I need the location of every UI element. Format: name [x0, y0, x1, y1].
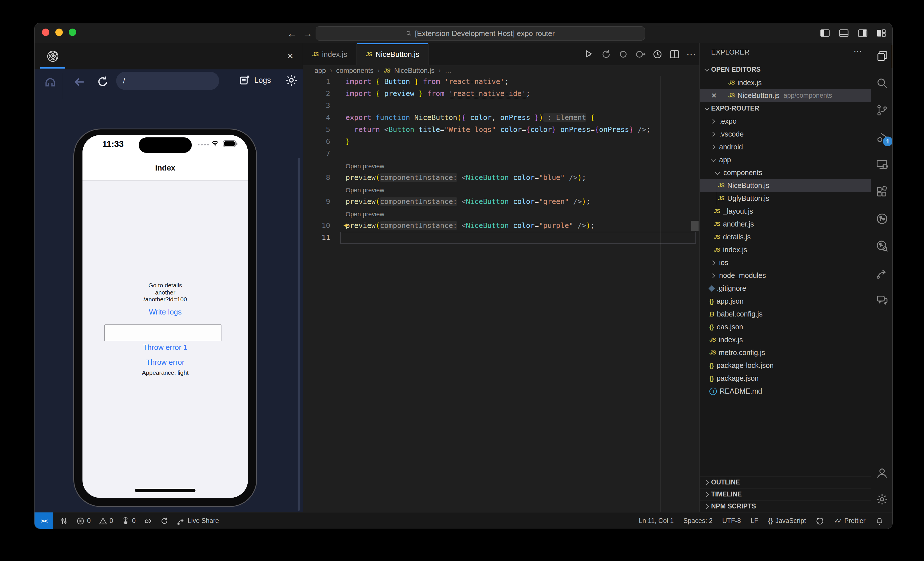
account-icon[interactable]	[871, 460, 892, 486]
route-url-bar[interactable]: /	[116, 72, 219, 90]
section-timeline[interactable]: TIMELINE	[700, 488, 871, 500]
file-metro.config.js[interactable]: JSmetro.config.js	[700, 346, 871, 359]
file-details.js[interactable]: JSdetails.js	[700, 230, 871, 244]
line-number[interactable]: 9	[303, 196, 330, 208]
status-encoding[interactable]: UTF-8	[722, 513, 741, 529]
settings-gear-icon[interactable]	[871, 486, 892, 512]
close-editor-icon[interactable]: ✕	[711, 92, 717, 100]
codelens-open-preview[interactable]: Open preview	[303, 183, 699, 196]
line-number[interactable]: 8	[303, 171, 330, 183]
file-.gitignore[interactable]: .gitignore	[700, 282, 871, 295]
code-line-2[interactable]: 2import { preview } from 'react-native-i…	[303, 88, 699, 100]
file-package-lock.json[interactable]: {}package-lock.json	[700, 359, 871, 372]
history-forward-button[interactable]: →	[302, 27, 314, 40]
file-another.js[interactable]: JSanother.js	[700, 218, 871, 230]
line-number[interactable]: 6	[303, 136, 330, 148]
file-index.js[interactable]: JSindex.js	[700, 333, 871, 346]
line-number[interactable]: 10	[303, 220, 330, 232]
status-live-share[interactable]: Live Share	[177, 513, 219, 529]
workspace-header[interactable]: EXPO-ROUTER	[700, 102, 871, 115]
folder-node_modules[interactable]: node_modules	[700, 269, 871, 282]
run-debug-icon[interactable]: 1	[871, 125, 892, 150]
circle-branch-search-icon[interactable]	[871, 233, 892, 259]
code-line-5[interactable]: 5 return <Button title="Write logs" colo…	[303, 124, 699, 136]
customize-layout-icon[interactable]	[876, 27, 887, 39]
source-control-icon[interactable]	[871, 98, 892, 123]
run-or-debug-button[interactable]	[584, 49, 594, 60]
status-warnings[interactable]: 0	[99, 513, 113, 529]
throw-error-1-button[interactable]: Throw error 1	[82, 343, 248, 352]
comments-icon[interactable]	[871, 287, 892, 313]
code-line-1[interactable]: 1import { Button } from 'react-native';	[303, 76, 699, 88]
line-number[interactable]: 4	[303, 112, 330, 124]
toggle-primary-sidebar-icon[interactable]	[819, 27, 831, 39]
editor-scrollbar[interactable]	[691, 221, 699, 231]
file-package.json[interactable]: {}package.json	[700, 372, 871, 385]
zoom-window-button[interactable]	[69, 29, 76, 36]
line-number[interactable]: 7	[303, 148, 330, 160]
extensions-icon[interactable]	[871, 179, 892, 205]
codelens-open-preview[interactable]: Open preview	[303, 160, 699, 171]
folder-app[interactable]: app	[700, 153, 871, 166]
folder-components[interactable]: components	[700, 166, 871, 179]
status-sync[interactable]	[160, 513, 169, 529]
code-line-8[interactable]: 8preview(componentInstance: <NiceButton …	[303, 171, 699, 183]
code-line-6[interactable]: 6}	[303, 136, 699, 148]
code-line-4[interactable]: 4export function NiceButton({ color, onP…	[303, 112, 699, 124]
breadcrumb-symbol[interactable]: …	[445, 66, 452, 75]
tab-nicebutton-js[interactable]: JSNiceButton.js	[357, 43, 429, 65]
close-window-button[interactable]	[42, 29, 50, 36]
folder-.expo[interactable]: .expo	[700, 115, 871, 128]
logs-button[interactable]: Logs	[238, 74, 271, 87]
file-eas.json[interactable]: {}eas.json	[700, 320, 871, 333]
section-npm-scripts[interactable]: NPM SCRIPTS	[700, 500, 871, 512]
folder-.vscode[interactable]: .vscode	[700, 128, 871, 141]
another-id-100-text[interactable]: /another?id=100	[82, 296, 248, 303]
file-app.json[interactable]: {}app.json	[700, 295, 871, 308]
split-editor-icon[interactable]	[669, 49, 680, 60]
share-icon[interactable]	[871, 260, 892, 286]
search-icon[interactable]	[871, 70, 892, 96]
tab-index-js[interactable]: JSindex.js	[303, 43, 357, 65]
breadcrumb[interactable]: app› components› JS NiceButton.js› …	[315, 65, 452, 76]
status-ports[interactable]: 0	[121, 513, 136, 529]
explorer-more-actions-icon[interactable]: ⋯	[854, 46, 862, 56]
section-outline[interactable]: OUTLINE	[700, 476, 871, 488]
history-back-button[interactable]: ←	[286, 27, 298, 40]
files-icon[interactable]	[871, 43, 892, 69]
write-logs-button[interactable]: Write logs	[82, 308, 248, 316]
codelens-open-preview[interactable]: Open preview	[303, 208, 699, 220]
settings-gear-icon[interactable]	[285, 74, 298, 87]
remote-explorer-icon[interactable]	[871, 152, 892, 177]
status-github[interactable]	[816, 513, 824, 529]
step-forward-icon[interactable]	[635, 49, 646, 60]
navigate-back-icon[interactable]	[73, 75, 87, 89]
open-editor-NiceButton.js[interactable]: ✕JSNiceButton.jsapp/components	[700, 89, 871, 102]
toggle-secondary-sidebar-icon[interactable]	[857, 27, 868, 39]
more-actions-icon[interactable]: ⋯	[686, 49, 697, 60]
status-debug[interactable]	[144, 513, 152, 529]
status-language-mode[interactable]: {}JavaScript	[768, 513, 806, 529]
folder-android[interactable]: android	[700, 141, 871, 153]
circle-branch-icon[interactable]	[871, 206, 892, 232]
reload-app-icon[interactable]	[96, 75, 109, 88]
copilot-sparkle-icon[interactable]: ✦	[343, 220, 349, 232]
code-line-11[interactable]: 11	[303, 232, 699, 244]
status-errors[interactable]: 0	[76, 513, 91, 529]
file-_layout.js[interactable]: JS_layout.js	[700, 205, 871, 218]
line-number[interactable]: 2	[303, 88, 330, 100]
another-text[interactable]: another	[82, 289, 248, 296]
minimize-window-button[interactable]	[56, 29, 63, 36]
text-input[interactable]	[105, 325, 222, 341]
line-number[interactable]: 1	[303, 76, 330, 88]
status-eol[interactable]: LF	[750, 513, 758, 529]
breadcrumb-file[interactable]: NiceButton.js	[394, 66, 434, 75]
radon-ide-logo-icon[interactable]	[46, 50, 60, 63]
file-index.js[interactable]: JSindex.js	[700, 244, 871, 256]
code-editor[interactable]: 1import { Button } from 'react-native';2…	[303, 76, 699, 512]
throw-error-button[interactable]: Throw error	[82, 358, 248, 367]
breadcrumb-components[interactable]: components	[336, 66, 374, 75]
code-line-9[interactable]: 9preview(componentInstance: <NiceButton …	[303, 196, 699, 208]
go-to-details-text[interactable]: Go to details	[82, 282, 248, 289]
file-UglyButton.js[interactable]: JSUglyButton.js	[700, 192, 871, 205]
